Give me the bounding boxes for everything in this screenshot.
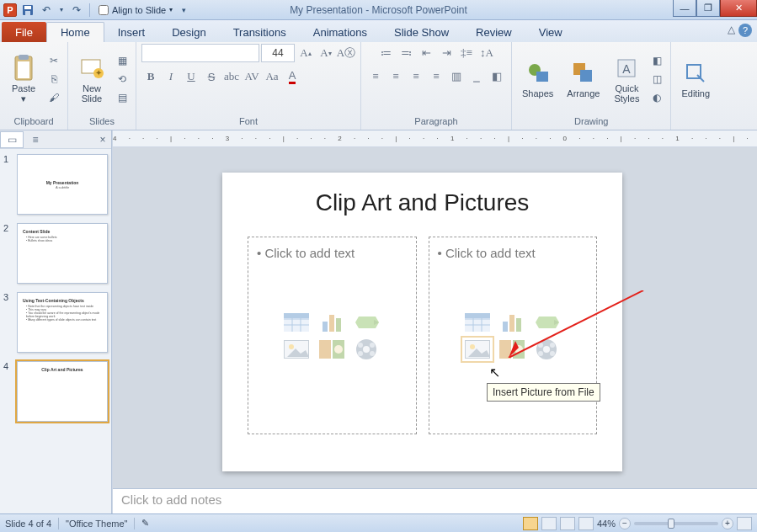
align-left-icon[interactable]: ≡ [366, 67, 385, 86]
zoom-percent[interactable]: 44% [597, 519, 616, 529]
layout-icon[interactable]: ▦ [114, 52, 131, 69]
insert-picture-icon[interactable] [462, 338, 493, 361]
help-icon[interactable]: ? [738, 24, 752, 37]
quick-styles-button[interactable]: A Quick Styles [608, 53, 645, 105]
save-icon[interactable] [20, 3, 35, 18]
qat-customize-icon[interactable]: ▾ [176, 3, 191, 18]
paste-button[interactable]: Paste▾ [5, 53, 42, 105]
notes-pane[interactable]: Click to add notes [113, 488, 757, 513]
slideshow-view-icon[interactable] [578, 517, 594, 530]
insert-smartart-icon[interactable] [351, 311, 381, 334]
insert-clipart-icon[interactable] [317, 338, 347, 361]
slide[interactable]: Clip Art and Pictures • Click to add tex… [222, 173, 622, 471]
section-icon[interactable]: ▤ [114, 89, 131, 106]
tab-insert[interactable]: Insert [104, 23, 159, 42]
insert-picture-icon[interactable] [281, 338, 312, 361]
decrease-font-icon[interactable]: A▾ [317, 44, 335, 62]
shapes-button[interactable]: Shapes [517, 58, 558, 100]
sorter-view-icon[interactable] [541, 517, 557, 530]
minimize-ribbon-icon[interactable]: △ [728, 24, 735, 37]
align-text-icon[interactable]: ⎯ [467, 67, 486, 86]
spellcheck-icon[interactable]: ✎ [141, 518, 149, 529]
content-placeholder-left[interactable]: • Click to add text [248, 237, 417, 434]
increase-indent-icon[interactable]: ⇥ [437, 44, 456, 62]
insert-table-icon[interactable] [462, 311, 493, 334]
increase-font-icon[interactable]: A▴ [296, 44, 315, 62]
fit-to-window-icon[interactable] [737, 517, 752, 530]
close-button[interactable]: ✕ [720, 0, 757, 17]
insert-smartart-icon[interactable] [531, 311, 562, 334]
file-tab[interactable]: File [2, 22, 46, 42]
insert-table-icon[interactable] [281, 311, 312, 334]
text-direction-icon[interactable]: ↕A [477, 44, 496, 62]
zoom-out-icon[interactable]: − [619, 518, 631, 529]
format-painter-icon[interactable]: 🖌 [45, 89, 62, 106]
tab-view[interactable]: View [525, 23, 576, 42]
shape-effects-icon[interactable]: ◐ [648, 89, 665, 106]
slide-title[interactable]: Clip Art and Pictures [248, 189, 597, 216]
align-center-icon[interactable]: ≡ [386, 67, 405, 86]
tab-transitions[interactable]: Transitions [220, 23, 300, 42]
italic-icon[interactable]: I [162, 67, 180, 86]
align-to-slide-checkbox[interactable]: Align to Slide ▾ [99, 5, 173, 15]
insert-clipart-icon[interactable] [497, 338, 527, 361]
reset-icon[interactable]: ⟲ [114, 71, 131, 88]
line-spacing-icon[interactable]: ‡≡ [457, 44, 476, 62]
editing-button[interactable]: Editing [676, 58, 715, 100]
undo-icon[interactable]: ↶ [39, 3, 54, 18]
minimize-button[interactable]: — [673, 0, 696, 17]
thumb-slide-2[interactable]: Content Slide • Here are some bullets • … [17, 223, 108, 284]
insert-media-icon[interactable] [531, 338, 562, 361]
thumb-row[interactable]: 4 Clip Art and Pictures [3, 361, 108, 422]
thumb-slide-4[interactable]: Clip Art and Pictures [17, 361, 108, 422]
bold-icon[interactable]: B [141, 67, 160, 86]
thumb-slide-3[interactable]: Using Text-Containing Objects • Note tha… [17, 292, 108, 353]
shadow-icon[interactable]: abc [222, 67, 241, 86]
thumb-row[interactable]: 2 Content Slide • Here are some bullets … [3, 223, 108, 284]
justify-icon[interactable]: ≡ [427, 67, 445, 86]
new-slide-button[interactable]: ✦ New Slide [73, 53, 110, 105]
copy-icon[interactable]: ⎘ [45, 71, 62, 88]
change-case-icon[interactable]: Aa [263, 67, 281, 86]
zoom-slider[interactable] [634, 522, 718, 525]
insert-media-icon[interactable] [351, 338, 381, 361]
font-color-icon[interactable]: A [283, 67, 301, 86]
strikethrough-icon[interactable]: S [202, 67, 221, 86]
slide-canvas[interactable]: Clip Art and Pictures • Click to add tex… [113, 147, 757, 488]
tab-home[interactable]: Home [46, 22, 104, 42]
thumb-row[interactable]: 1 My Presentation A subtitle [3, 154, 108, 215]
close-panel-icon[interactable]: × [94, 134, 111, 146]
font-family-combo[interactable] [141, 44, 259, 62]
bullets-icon[interactable]: ≔ [376, 44, 395, 62]
numbering-icon[interactable]: ≕ [397, 44, 415, 62]
align-right-icon[interactable]: ≡ [407, 67, 425, 86]
font-size-combo[interactable] [261, 44, 295, 62]
decrease-indent-icon[interactable]: ⇤ [417, 44, 435, 62]
outline-tab-icon[interactable]: ≡ [24, 131, 47, 148]
maximize-button[interactable]: ❐ [696, 0, 720, 17]
tab-animations[interactable]: Animations [300, 23, 381, 42]
align-checkbox-input[interactable] [99, 5, 109, 15]
shape-outline-icon[interactable]: ◫ [648, 71, 665, 88]
cut-icon[interactable]: ✂ [45, 52, 62, 69]
tab-design[interactable]: Design [158, 23, 219, 42]
tab-review[interactable]: Review [462, 23, 525, 42]
thumb-slide-1[interactable]: My Presentation A subtitle [17, 154, 108, 215]
smartart-convert-icon[interactable]: ◧ [488, 67, 506, 86]
insert-chart-icon[interactable] [317, 311, 347, 334]
columns-icon[interactable]: ▥ [447, 67, 466, 86]
slides-tab-icon[interactable]: ▭ [0, 131, 24, 148]
insert-chart-icon[interactable] [497, 311, 527, 334]
shape-fill-icon[interactable]: ◧ [648, 52, 665, 69]
zoom-in-icon[interactable]: + [722, 518, 733, 529]
underline-icon[interactable]: U [182, 67, 200, 86]
reading-view-icon[interactable] [560, 517, 575, 530]
arrange-button[interactable]: Arrange [562, 58, 605, 100]
undo-dropdown-icon[interactable]: ▾ [57, 3, 66, 18]
redo-icon[interactable]: ↷ [69, 3, 84, 18]
thumb-row[interactable]: 3 Using Text-Containing Objects • Note t… [3, 292, 108, 353]
clear-formatting-icon[interactable]: Aⓧ [337, 44, 355, 62]
content-placeholder-right[interactable]: • Click to add text [429, 237, 598, 434]
char-spacing-icon[interactable]: AV [243, 67, 261, 86]
tab-slideshow[interactable]: Slide Show [381, 23, 462, 42]
